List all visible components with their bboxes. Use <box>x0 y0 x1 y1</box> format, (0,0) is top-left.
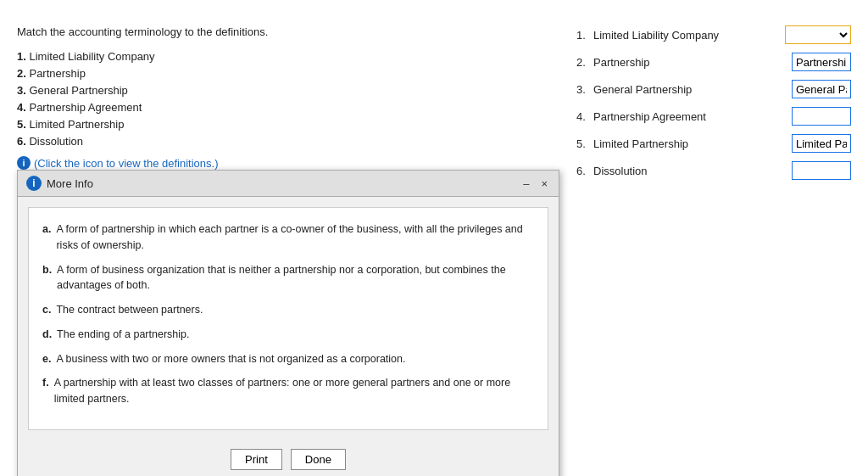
definition-f: f. A partnership with at least two class… <box>42 375 534 407</box>
modal-body: a. A form of partnership in which each p… <box>28 207 548 430</box>
definition-e: e. A business with two or more owners th… <box>42 351 534 367</box>
answer-input-2[interactable] <box>792 53 851 71</box>
definition-b: b. A form of business organization that … <box>42 262 534 294</box>
term-item-6: 6. Dissolution <box>17 135 542 148</box>
term-list: 1. Limited Liability Company 2. Partners… <box>17 50 542 148</box>
definition-d: d. The ending of a partnership. <box>42 327 534 343</box>
match-item-4: 4. Partnership Agreement <box>576 107 851 126</box>
answer-input-3[interactable] <box>792 80 851 98</box>
modal-info-icon: i <box>26 176 42 191</box>
term-item-2: 2. Partnership <box>17 67 542 80</box>
definition-c: c. The contract between partners. <box>42 302 534 318</box>
modal-footer: Print Done <box>18 440 559 476</box>
match-item-1: 1. Limited Liability Company a b c d e f <box>576 25 851 44</box>
match-item-2: 2. Partnership <box>576 53 851 71</box>
term-item-5: 5. Limited Partnership <box>17 118 542 131</box>
answer-input-5[interactable] <box>792 134 851 153</box>
answer-input-4[interactable] <box>792 107 851 126</box>
match-item-3: 3. General Partnership <box>576 80 851 98</box>
term-item-4: 4. Partnership Agreement <box>17 101 542 114</box>
definition-a: a. A form of partnership in which each p… <box>42 221 534 254</box>
answer-select-1[interactable]: a b c d e f <box>785 25 851 44</box>
definition-list: a. A form of partnership in which each p… <box>42 221 534 407</box>
modal-titlebar: i More Info – × <box>18 171 559 197</box>
print-button[interactable]: Print <box>231 449 282 470</box>
info-link-text: (Click the icon to view the definitions.… <box>34 157 218 170</box>
term-item-3: 3. General Partnership <box>17 84 542 97</box>
match-item-6: 6. Dissolution <box>576 161 851 180</box>
answer-input-6[interactable] <box>792 161 851 180</box>
modal-close-button[interactable]: × <box>538 177 550 190</box>
term-item-1: 1. Limited Liability Company <box>17 50 542 63</box>
match-answer-list: 1. Limited Liability Company a b c d e f… <box>576 25 851 180</box>
match-item-5: 5. Limited Partnership <box>576 134 851 153</box>
info-link[interactable]: i (Click the icon to view the definition… <box>17 156 542 170</box>
modal-minimize-button[interactable]: – <box>520 177 531 190</box>
more-info-modal: i More Info – × a. A form of partnership… <box>17 170 559 476</box>
done-button[interactable]: Done <box>291 449 346 470</box>
instruction-text: Match the accounting terminology to the … <box>17 25 542 38</box>
info-icon: i <box>17 156 31 170</box>
modal-title: More Info <box>47 177 93 190</box>
